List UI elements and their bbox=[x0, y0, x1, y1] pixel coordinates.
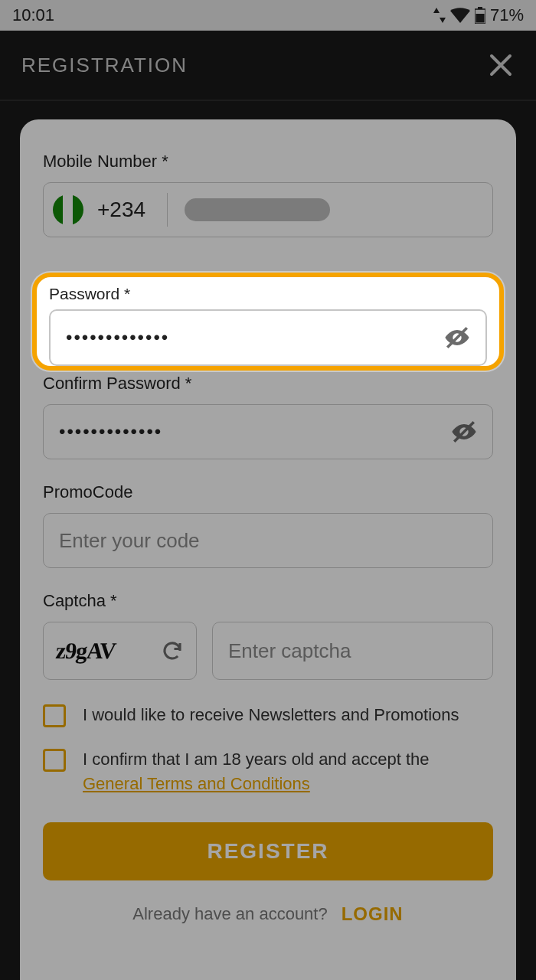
captcha-image-box: z9gAV bbox=[43, 622, 197, 680]
login-link[interactable]: LOGIN bbox=[342, 903, 404, 925]
password-label: Password * bbox=[49, 285, 487, 303]
password-input-box[interactable] bbox=[49, 309, 487, 366]
eye-off-icon bbox=[451, 419, 477, 445]
age-confirm-row: I confirm that I am 18 years old and acc… bbox=[43, 747, 493, 796]
promocode-label: PromoCode bbox=[43, 482, 493, 502]
app-header: REGISTRATION bbox=[0, 31, 536, 100]
promocode-field: PromoCode bbox=[43, 482, 493, 568]
captcha-text: z9gAV bbox=[54, 638, 116, 664]
status-icons: 71% bbox=[433, 5, 524, 25]
newsletter-checkbox[interactable] bbox=[43, 704, 66, 727]
page-title: REGISTRATION bbox=[21, 54, 188, 77]
mobile-input-box[interactable]: +234 bbox=[43, 182, 493, 237]
captcha-field: Captcha * z9gAV bbox=[43, 591, 493, 680]
country-flag-icon bbox=[53, 194, 83, 225]
age-confirm-text: I confirm that I am 18 years old and acc… bbox=[83, 747, 493, 796]
phone-value-redacted bbox=[185, 198, 330, 221]
status-time: 10:01 bbox=[12, 5, 54, 25]
mobile-label: Mobile Number * bbox=[43, 152, 493, 172]
status-bar: 10:01 71% bbox=[0, 0, 536, 31]
password-input[interactable] bbox=[66, 327, 430, 348]
mobile-field: Mobile Number * +234 bbox=[43, 152, 493, 237]
confirm-password-input[interactable] bbox=[59, 421, 437, 443]
promocode-input-box[interactable] bbox=[43, 513, 493, 568]
captcha-label: Captcha * bbox=[43, 591, 493, 611]
dial-code: +234 bbox=[97, 198, 145, 222]
battery-icon bbox=[475, 7, 485, 24]
login-footer: Already have an account? LOGIN bbox=[43, 903, 493, 925]
captcha-input-box[interactable] bbox=[212, 622, 493, 680]
password-field-highlight: Password * bbox=[32, 273, 504, 371]
age-confirm-checkbox[interactable] bbox=[43, 749, 66, 772]
confirm-password-field: Confirm Password * bbox=[43, 374, 493, 459]
svg-rect-2 bbox=[476, 14, 484, 23]
close-button[interactable] bbox=[487, 51, 515, 79]
eye-off-icon bbox=[444, 325, 470, 351]
refresh-icon bbox=[161, 639, 184, 662]
toggle-visibility-button[interactable] bbox=[444, 325, 470, 351]
toggle-visibility-button[interactable] bbox=[451, 419, 477, 445]
promocode-input[interactable] bbox=[59, 529, 477, 553]
captcha-refresh-button[interactable] bbox=[161, 639, 184, 662]
data-icon bbox=[433, 8, 446, 23]
newsletter-text: I would like to receive Newsletters and … bbox=[83, 703, 459, 727]
wifi-icon bbox=[450, 8, 470, 23]
header-divider bbox=[0, 100, 536, 101]
terms-link[interactable]: General Terms and Conditions bbox=[83, 774, 310, 793]
captcha-input[interactable] bbox=[228, 639, 477, 663]
confirm-password-label: Confirm Password * bbox=[43, 374, 493, 394]
close-icon bbox=[489, 53, 513, 77]
newsletter-row: I would like to receive Newsletters and … bbox=[43, 703, 493, 727]
age-confirm-prefix: I confirm that I am 18 years old and acc… bbox=[83, 750, 429, 769]
battery-percent: 71% bbox=[490, 5, 524, 25]
register-button[interactable]: REGISTER bbox=[43, 822, 493, 880]
separator bbox=[167, 193, 168, 227]
confirm-password-input-box[interactable] bbox=[43, 404, 493, 459]
footer-text: Already have an account? bbox=[132, 904, 327, 924]
registration-card: Mobile Number * +234 Confirm Password * … bbox=[20, 119, 516, 980]
